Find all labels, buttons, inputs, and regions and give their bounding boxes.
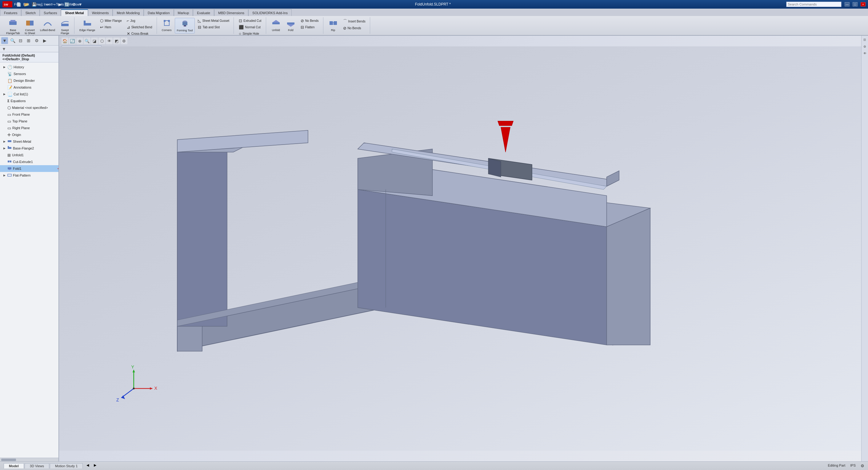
hem-button[interactable]: ↩ Hem <box>98 24 124 30</box>
save-btn[interactable]: 💾 <box>31 2 37 7</box>
tree-item-equations[interactable]: Σ Equations <box>0 97 58 104</box>
tree-item-sheet-metal[interactable]: ▶ Sheet-Metal <box>0 138 58 145</box>
undo-btn[interactable]: ↩ <box>45 2 51 7</box>
feature-tree-panel: ▼ 🔍 ⊟ ⊞ ⚙ ▶ ▼ FoldUnfold (Default) <<Def… <box>0 36 59 461</box>
miter-flange-button[interactable]: ⬡ Miter Flange <box>98 18 124 24</box>
rebuild-btn[interactable]: 🔄 <box>63 2 70 7</box>
gusset-small-buttons: ◺ Sheet Metal Gusset ⊟ Tab and Slot <box>196 18 231 30</box>
tab-mesh-modeling[interactable]: Mesh Modeling <box>113 9 144 16</box>
tab-mbd-dimensions[interactable]: MBD Dimensions <box>214 9 248 16</box>
insert-bends-button[interactable]: ⌒ Insert Bends <box>341 18 367 25</box>
tree-item-cut-extrude1[interactable]: Cut-Extrude1 <box>0 158 58 165</box>
lofted-bend-button[interactable]: Lofted-Bend <box>38 18 57 33</box>
select-btn[interactable]: ▶ <box>58 2 62 7</box>
sidebar-scrollbar[interactable] <box>0 458 58 461</box>
bottom-tabs[interactable]: Model 3D Views Motion Study 1 <box>4 463 83 468</box>
forming-tool-button[interactable]: Forming Tool <box>175 18 195 34</box>
tab-motion-study[interactable]: Motion Study 1 <box>50 463 83 468</box>
tree-item-fold1[interactable]: Fold1 ← <box>0 165 58 172</box>
rip-button[interactable]: Rip <box>327 18 340 33</box>
jog-button[interactable]: ⌐ Jog <box>125 18 154 24</box>
tab-evaluate[interactable]: Evaluate <box>193 9 214 16</box>
base-flange2-expand[interactable]: ▶ <box>2 147 6 150</box>
new-btn[interactable]: 📄 <box>16 2 22 7</box>
cut-list-expand[interactable]: ▶ <box>2 92 6 96</box>
fold-button[interactable]: Fold <box>284 18 298 33</box>
tree-item-annotations[interactable]: 📝 Annotations <box>0 84 58 91</box>
open-btn[interactable]: 📂 <box>23 2 30 7</box>
minimize-button[interactable]: — <box>845 2 849 6</box>
close-button[interactable]: × <box>861 2 866 6</box>
tree-item-flat-pattern[interactable]: ▶ Flat-Pattern <box>0 172 58 179</box>
settings-tree-btn[interactable]: ⚙ <box>33 37 40 44</box>
tree-item-sensors[interactable]: 📡 Sensors <box>0 70 58 77</box>
tree-item-origin[interactable]: ✛ Origin <box>0 131 58 138</box>
no-bends-button[interactable]: ⊘ No Bends <box>299 18 321 24</box>
unfold1-label: Unfold1 <box>12 153 24 157</box>
tab-features[interactable]: Features <box>0 9 21 16</box>
extruded-cut-label: Extruded Cut <box>243 19 261 23</box>
tree-item-right-plane[interactable]: ▭ Right Plane <box>0 125 58 131</box>
filter-btn[interactable]: ▼ <box>1 37 8 44</box>
tree-item-base-flange2[interactable]: ▶ Base-Flange2 <box>0 145 58 152</box>
expand-all-btn[interactable]: ⊞ <box>25 37 32 44</box>
print-btn[interactable]: 🖨 <box>38 2 44 7</box>
tab-markup[interactable]: Markup <box>174 9 193 16</box>
search-commands[interactable] <box>786 2 841 7</box>
normal-cut-button[interactable]: ⬛ Normal Cut <box>237 24 263 30</box>
base-flange-tab-button[interactable]: BaseFlange/Tab <box>4 18 22 36</box>
display-manager-btn[interactable]: 👁 <box>862 51 868 56</box>
titlebar-right[interactable]: — □ × <box>786 2 866 7</box>
tab-slot-button[interactable]: ⊟ Tab and Slot <box>196 24 231 30</box>
extruded-cut-button[interactable]: ⊡ Extruded Cut <box>237 18 263 24</box>
sheet-metal-expand[interactable]: ▶ <box>2 139 6 143</box>
unfold1-expand-placeholder <box>2 153 6 157</box>
sketched-bend-button[interactable]: ⊿ Sketched Bend <box>125 24 154 30</box>
tab-surfaces[interactable]: Surfaces <box>40 9 61 16</box>
tree-item-material[interactable]: ⬡ Material <not specified> <box>0 104 58 111</box>
origin-expand-placeholder <box>2 133 6 136</box>
ribbon-tabs[interactable]: Features Sketch Surfaces Sheet Metal Wel… <box>0 9 868 16</box>
qat-dropdown[interactable]: ▼ <box>78 2 83 7</box>
rip-icon <box>329 19 338 28</box>
scroll-left-btn[interactable]: ◀ <box>85 463 90 468</box>
svg-text:SW: SW <box>4 3 8 6</box>
flat-pattern-expand[interactable]: ▶ <box>2 174 6 177</box>
tree-item-history[interactable]: ▶ 🕐 History <box>0 64 58 70</box>
tree-item-design-binder[interactable]: 📋 Design Binder <box>0 77 58 84</box>
flatten-button[interactable]: ⊟ Flatten <box>299 24 321 30</box>
tree-item-front-plane[interactable]: ▭ Front Plane <box>0 111 58 118</box>
unfold-button[interactable]: Unfold <box>269 18 283 33</box>
edge-flange-button[interactable]: Edge Flange <box>78 18 97 33</box>
history-expand[interactable]: ▶ <box>2 65 6 69</box>
scroll-right-btn[interactable]: ▶ <box>93 463 97 468</box>
prop-manager-btn[interactable]: ⊟ <box>862 37 868 42</box>
collapse-all-btn[interactable]: ⊟ <box>17 37 24 44</box>
base-flange2-label: Base-Flange2 <box>13 147 34 150</box>
tree-item-cut-list[interactable]: ▶ 📃 Cut list(1) <box>0 91 58 97</box>
quick-access-toolbar[interactable]: 📄 📂 💾 🖨 ↩ ↪ ▶ 🔄 ⚙ ▼ <box>16 0 83 9</box>
tab-3d-views[interactable]: 3D Views <box>25 463 49 468</box>
more-btn[interactable]: ▶ <box>41 37 48 44</box>
swept-flange-button[interactable]: SweptFlange <box>58 18 72 36</box>
maximize-button[interactable]: □ <box>852 2 858 6</box>
svg-marker-44 <box>488 158 501 177</box>
tab-model[interactable]: Model <box>4 463 24 468</box>
tree-item-top-plane[interactable]: ▭ Top Plane <box>0 118 58 125</box>
tab-sketch[interactable]: Sketch <box>21 9 40 16</box>
no-bends2-button[interactable]: ⊘ No Bends <box>341 25 367 31</box>
normal-cut-label: Normal Cut <box>245 26 260 29</box>
tab-data-migration[interactable]: Data Migration <box>144 9 174 16</box>
search-tree-btn[interactable]: 🔍 <box>9 37 16 44</box>
tab-solidworks-addins[interactable]: SOLIDWORKS Add-Ins <box>248 9 292 16</box>
tree-item-unfold1[interactable]: ⊞ Unfold1 <box>0 152 58 158</box>
options-btn[interactable]: ⚙ <box>71 2 76 7</box>
normal-cut-icon: ⬛ <box>239 25 244 30</box>
corners-button[interactable]: Corners <box>160 18 174 33</box>
sheet-metal-gusset-button[interactable]: ◺ Sheet Metal Gusset <box>196 18 231 24</box>
viewport[interactable]: 🏠 🔄 ⊕ 🔍 ◪ ⬡ 👁 ◩ ⚙ Hem Cross Break <box>59 36 868 461</box>
config-manager-btn[interactable]: ⚙ <box>862 44 868 49</box>
redo-btn[interactable]: ↪ <box>51 2 57 7</box>
tab-sheetmetal[interactable]: Sheet Metal <box>61 9 88 16</box>
tab-weldments[interactable]: Weldments <box>88 9 113 16</box>
